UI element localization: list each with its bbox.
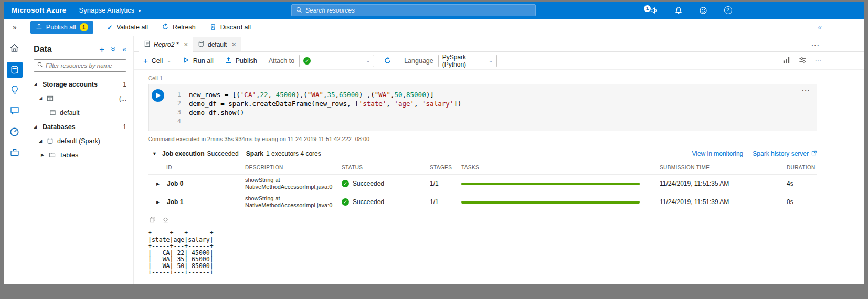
chevron-down-icon: ⌄ xyxy=(366,58,371,63)
nav-home[interactable] xyxy=(4,38,25,59)
cell-more-icon[interactable]: ⋯ xyxy=(801,86,810,95)
clear-output-icon[interactable] xyxy=(162,216,169,223)
refresh-button[interactable]: Refresh xyxy=(162,23,196,32)
code-line[interactable]: 4 xyxy=(149,117,817,126)
filter-input[interactable] xyxy=(46,62,123,69)
tab-label: default xyxy=(208,41,227,48)
validate-all-label: Validate all xyxy=(117,24,148,31)
tree-item-databases[interactable]: ◢ Databases 1 xyxy=(25,120,133,134)
add-resource-icon[interactable]: + xyxy=(99,45,104,54)
container-icon xyxy=(49,109,56,116)
code-text[interactable]: demo_df.show() xyxy=(189,108,244,117)
nav-integrate[interactable] xyxy=(4,101,25,122)
job-status: Succeeded xyxy=(353,180,384,187)
breadcrumb[interactable]: Synapse Analytics ▸ xyxy=(79,6,141,14)
collapse-output-icon[interactable]: ▼ xyxy=(152,151,157,156)
expanded-icon[interactable]: ◢ xyxy=(34,124,39,129)
publish-label: Publish xyxy=(236,57,257,65)
job-execution-status: Succeeded xyxy=(207,150,239,157)
code-line[interactable]: 2demo_df = spark.createDataFrame(new_row… xyxy=(149,99,817,108)
expand-job-icon[interactable]: ▶ xyxy=(156,200,162,205)
spark-detail: 1 executors 4 cores xyxy=(266,150,321,157)
nav-monitor[interactable] xyxy=(4,122,25,143)
language-select[interactable]: PySpark (Python) ⌄ xyxy=(438,55,497,67)
expand-job-icon[interactable]: ▶ xyxy=(156,181,162,186)
job-row[interactable]: ▶Job 0showString atNativeMethodAccessorI… xyxy=(148,175,817,193)
expanded-icon[interactable]: ◢ xyxy=(34,82,39,87)
job-description: showString atNativeMethodAccessorImpl.ja… xyxy=(245,195,342,209)
code-line[interactable]: 1new_rows = [('CA',22, 45000),("WA",35,6… xyxy=(149,90,817,99)
job-row[interactable]: ▶Job 1showString atNativeMethodAccessorI… xyxy=(148,193,817,211)
nav-data[interactable] xyxy=(4,59,25,80)
topbar-icon-group: 1 ? xyxy=(649,2,733,19)
code-text[interactable] xyxy=(189,117,193,126)
col-submission-time: SUBMISSION TIME xyxy=(660,165,787,170)
discard-all-label: Discard all xyxy=(220,24,251,31)
spark-history-server-link[interactable]: Spark history server xyxy=(753,150,817,157)
feedback-smiley-icon[interactable] xyxy=(698,5,708,16)
publish-notebook-button[interactable]: Publish xyxy=(225,57,257,65)
add-cell-button[interactable]: + Cell ⌄ xyxy=(143,57,171,65)
monitor-gauge-icon xyxy=(9,127,19,139)
code-line[interactable]: 3demo_df.show() xyxy=(149,108,817,117)
attach-to-label: Attach to xyxy=(269,57,294,65)
expand-nav-icon[interactable]: » xyxy=(13,23,17,31)
job-status: Succeeded xyxy=(353,198,384,206)
job-duration: 0s xyxy=(787,198,817,206)
expanded-icon[interactable]: ◢ xyxy=(39,138,45,143)
tree-item-storage-accounts[interactable]: ◢ Storage accounts 1 xyxy=(25,77,133,91)
collapse-all-icon[interactable] xyxy=(110,46,117,52)
discard-all-button[interactable]: Discard all xyxy=(209,23,251,32)
tab-default[interactable]: default × xyxy=(193,37,241,52)
view-in-monitoring-link[interactable]: View in monitoring xyxy=(692,150,743,157)
alerts-bell-icon[interactable] xyxy=(673,5,684,16)
tree-item-tables[interactable]: ▶ Tables xyxy=(25,148,133,162)
search-box[interactable] xyxy=(291,4,536,16)
more-options-icon[interactable]: ⋯ xyxy=(815,57,822,65)
help-icon[interactable]: ? xyxy=(723,5,733,16)
chevron-right-icon: ▸ xyxy=(139,8,141,13)
tree-label: default (Spark) xyxy=(57,137,100,145)
azure-brand[interactable]: Microsoft Azure xyxy=(12,6,67,14)
database-icon xyxy=(47,137,54,144)
code-lines[interactable]: 1new_rows = [('CA',22, 45000),("WA",35,6… xyxy=(149,90,817,126)
search-input[interactable] xyxy=(305,7,531,14)
code-text[interactable]: new_rows = [('CA',22, 45000),("WA",35,65… xyxy=(189,90,434,99)
cell-output: Command executed in 2mins 35s 934ms by e… xyxy=(148,136,817,276)
filter-box[interactable] xyxy=(34,59,126,72)
left-nav-rail xyxy=(4,36,25,284)
close-tab-icon[interactable]: × xyxy=(184,40,188,48)
tree-item-storage-account[interactable]: ◢ (... xyxy=(25,91,133,105)
play-icon xyxy=(183,57,189,65)
attach-to-select[interactable]: ✓ ⌄ xyxy=(299,55,374,67)
run-all-button[interactable]: Run all xyxy=(183,57,214,65)
refresh-session-icon[interactable] xyxy=(384,57,391,65)
more-tabs-icon[interactable]: ... xyxy=(811,38,820,48)
code-cell[interactable]: ⋯ 1new_rows = [('CA',22, 45000),("WA",35… xyxy=(148,84,817,131)
synapse-app: Microsoft Azure Synapse Analytics ▸ 1 xyxy=(4,2,864,284)
stdout-text: +-----+---+------+ |state|age|salary| +-… xyxy=(148,230,817,276)
notifications-icon[interactable]: 1 xyxy=(649,5,659,16)
collapsed-icon[interactable]: ▶ xyxy=(41,153,47,157)
output-actions xyxy=(149,216,817,223)
nav-develop[interactable] xyxy=(4,80,25,101)
collapse-properties-icon[interactable]: « xyxy=(818,23,822,31)
copy-output-icon[interactable] xyxy=(149,216,156,223)
configure-sliders-icon[interactable] xyxy=(799,56,807,66)
storage-account-icon xyxy=(47,95,54,102)
tab-notebook-repro2[interactable]: Repro2 * × xyxy=(139,37,193,52)
collapse-panel-icon[interactable]: « xyxy=(122,45,126,54)
code-text[interactable]: demo_df = spark.createDataFrame(new_rows… xyxy=(189,99,461,108)
item-count: 1 xyxy=(123,81,126,88)
job-rows: ▶Job 0showString atNativeMethodAccessorI… xyxy=(148,175,817,211)
tree-item-storage-container-default[interactable]: default xyxy=(25,105,133,120)
close-tab-icon[interactable]: × xyxy=(232,40,236,48)
validate-all-button[interactable]: ✓ Validate all xyxy=(107,24,148,31)
publish-all-button[interactable]: Publish all 1 xyxy=(30,21,93,34)
tree-item-database-default-spark[interactable]: ◢ default (Spark) xyxy=(25,134,133,148)
nav-manage[interactable] xyxy=(4,143,25,164)
outline-chart-icon[interactable] xyxy=(782,56,790,66)
language-label: Language xyxy=(404,57,433,65)
run-cell-button[interactable] xyxy=(152,89,164,102)
expanded-icon[interactable]: ◢ xyxy=(39,96,45,101)
